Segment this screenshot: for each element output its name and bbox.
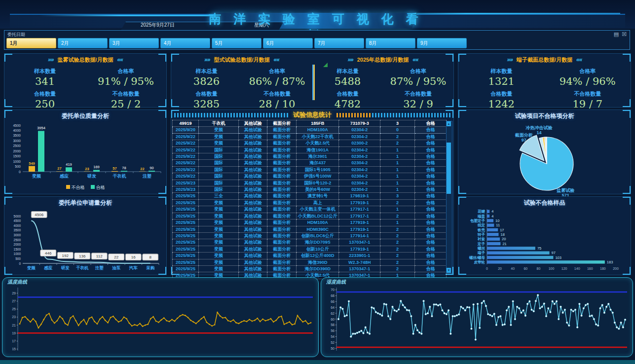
svg-text:22: 22 — [140, 167, 144, 171]
table-cell: 2025/9/25 — [173, 239, 199, 246]
month-tab[interactable]: 5月 — [212, 38, 261, 48]
table-cell: 创新12公斤400D — [296, 253, 338, 259]
table-row[interactable]: 2025/9/25变频其他试验截面分析创新BLDC6公斤177914-12合格 — [173, 232, 447, 239]
test-info-panel: 试验信息统计 49919 干衣机 其他试验 截面分析 185FB 731079-… — [171, 109, 454, 275]
multi-select-icon[interactable]: ▤ — [614, 31, 619, 37]
table-row[interactable]: 2025/9/22变频其他试验截面分析小天鹅2.5代02300-22合格 — [173, 140, 447, 146]
defect-projects-panel: 试验项目不合格项分析 盐雾试验571截面分析97冷热冲击试验14 — [458, 109, 631, 194]
table-cell: 2 — [380, 239, 415, 246]
legend-item: 不合格 — [66, 184, 85, 191]
table-pinned-row[interactable]: 49919 干衣机 其他试验 截面分析 185FB 731079-3 3 合格 — [173, 120, 447, 127]
svg-text:97: 97 — [552, 251, 556, 255]
stat-panel-title-row: »»盐雾试验总数据/月数据«« — [4, 56, 166, 64]
table-row[interactable]: 2025/9/25变频其他试验截面分析高上177919-12合格 — [173, 199, 447, 206]
table-row[interactable]: 2025/9/23国际其他试验截面分析美的6号60W02304-21合格 — [173, 186, 447, 193]
table-cell: 变频 — [198, 127, 238, 133]
table-cell: 其他试验 — [238, 127, 267, 133]
table-scrollbar[interactable]: ▲ ▼ — [446, 121, 452, 273]
stat-panel-title: 端子截面总数据/月数据 — [517, 57, 572, 63]
svg-text:68: 68 — [331, 294, 335, 297]
rewind-icon: «« — [412, 56, 418, 63]
table-title: 试验信息统计 — [293, 110, 332, 119]
table-row[interactable]: 2025/9/25变频其他试验截面分析创新10公斤177919-12合格 — [173, 246, 447, 252]
table-cell: 截面分析 — [267, 193, 297, 199]
table-row[interactable]: 2025/9/25变频其他试验截面分析HDM100A177919-11合格 — [173, 219, 447, 226]
month-tab[interactable]: 8月 — [366, 38, 415, 48]
table-cell: 2 — [380, 246, 415, 252]
table-row[interactable]: 2025/9/25变频其他试验截面分析小天鹅主变一体机177917-11合格 — [173, 206, 447, 213]
month-tab[interactable]: 6月 — [263, 38, 313, 48]
svg-text:20: 20 — [498, 267, 502, 270]
table-cell: 创新10公斤 — [296, 246, 338, 252]
table-deco-strip-left — [174, 113, 288, 117]
table-cell: 02304-2 — [339, 160, 380, 166]
month-tab[interactable]: 7月 — [314, 38, 364, 48]
table-row[interactable]: 2025/9/22国际其他试验截面分析国际1号190502304-21合格 — [173, 166, 447, 173]
stat-label: 合格率 — [383, 68, 453, 75]
defect-projects-pie-chart-svg: 盐雾试验571截面分析97冷热冲击试验14 — [458, 120, 631, 197]
table-cell: 2025/9/23 — [173, 180, 199, 186]
table-cell: 海尔DD709S — [296, 239, 338, 246]
stat-value: 4782 — [312, 98, 383, 110]
table-cell: 变频 — [198, 253, 238, 259]
table-cell: 合格 — [414, 259, 446, 265]
fast-forward-icon: »» — [507, 56, 513, 63]
table-cell: 合格 — [414, 253, 446, 259]
table-row[interactable]: 2025/9/23国际其他试验截面分析国际0号120-202304-21合格 — [173, 180, 447, 186]
scroll-down-icon[interactable]: ▼ — [447, 268, 451, 273]
table-row[interactable]: 2025/9/25变频其他试验截面分析海信390DW2.3-748H2合格 — [173, 259, 447, 265]
table-row[interactable]: 2025/9/22国际其他试验截面分析海尔390102304-21合格 — [173, 153, 447, 160]
table-row[interactable]: 2025/9/25变频其他试验截面分析小天鹅BLDC12公斤177917-12合… — [173, 213, 447, 219]
table-cell: 伊强5号100W — [296, 173, 338, 180]
month-tab[interactable]: 4月 — [160, 38, 210, 48]
table-cell: 截面分析 — [267, 140, 297, 146]
table-cell: 2 — [380, 133, 415, 140]
svg-text:0: 0 — [19, 170, 21, 174]
table-cell: 合格 — [414, 246, 446, 252]
table-row[interactable]: 2025/9/25变频其他试验截面分析海尔DD390D1370347-12合格 — [173, 265, 447, 272]
table-row[interactable]: 2025/9/22国际其他试验截面分析海信1901A02304-21合格 — [173, 146, 447, 153]
table-row[interactable]: 2025/9/25三全其他试验截面分析澳芝特1号179819-13合格 — [173, 193, 447, 199]
table-cell: 2025/9/22 — [173, 146, 199, 153]
table-row[interactable]: 2025/9/25变频其他试验截面分析海尔DD709S1370347-12合格 — [173, 239, 447, 246]
humidity-chart-svg: 5052545658606264666870 — [321, 285, 633, 355]
svg-text:80: 80 — [537, 267, 541, 270]
header: 2025年9月27日 星期六 南 洋 实 验 室 可 视 化 看 板 — [0, 0, 635, 29]
table-cell: 2025/9/22 — [173, 153, 199, 160]
table-row[interactable]: 2025/9/22变频其他试验截面分析小天鹅22干衣机02304-22合格 — [173, 133, 447, 140]
table-row[interactable]: 2025/9/25变频其他试验截面分析HDMI390C177919-12合格 — [173, 226, 447, 232]
table-cell: 49919 — [173, 120, 199, 127]
svg-text:169: 169 — [93, 165, 100, 169]
stat-value: 19 / 7 — [545, 98, 631, 110]
table-cell: 截面分析 — [267, 259, 297, 265]
svg-text:97: 97 — [522, 138, 526, 143]
month-tab[interactable]: 9月 — [417, 38, 467, 48]
table-row[interactable]: 2025/9/22国际其他试验截面分析伊强5号100W02304-21合格 — [173, 173, 447, 180]
month-tab[interactable]: 3月 — [109, 38, 159, 48]
scroll-up-icon[interactable]: ▲ — [447, 121, 451, 126]
stat-label: 样本数量 — [458, 68, 545, 75]
svg-text:8: 8 — [149, 255, 152, 259]
svg-text:4: 4 — [491, 209, 493, 214]
table-cell: 截面分析 — [267, 127, 297, 133]
scrollbar-thumb[interactable] — [447, 143, 451, 194]
table-row[interactable]: 2025/9/25变频其他试验截面分析创新12公斤400D2233901-12合… — [173, 253, 447, 259]
table-row[interactable]: 2025/9/22国际其他试验截面分析海尔43702304-21合格 — [173, 160, 447, 166]
table-cell: 2 — [380, 199, 415, 206]
svg-text:2000: 2000 — [14, 243, 21, 246]
month-tab[interactable]: 2月 — [58, 38, 108, 48]
table-cell: 其他试验 — [238, 259, 267, 265]
month-tab[interactable]: 1月 — [6, 38, 56, 48]
table-cell: 2025/9/25 — [173, 193, 199, 199]
clear-filter-icon[interactable]: ☒ — [622, 31, 627, 37]
table-cell: 截面分析 — [267, 146, 297, 153]
table-cell: 小天鹅主变一体机 — [296, 206, 338, 213]
chart-title: 湿度曲线 — [326, 279, 346, 286]
svg-text:汽车: 汽车 — [129, 265, 138, 270]
table-cell: 合格 — [414, 219, 446, 226]
svg-text:螺丝: 螺丝 — [477, 246, 486, 251]
table-row[interactable]: 2025/9/20变频其他试验截面分析HDM100A02304-20合格 — [173, 127, 447, 133]
table-cell: 其他试验 — [238, 232, 267, 239]
stat-panel-terminal-section: »»端子截面总数据/月数据«« 样本数量1321 合格率94% / 96% 合格… — [458, 53, 631, 108]
table-cell: 变频 — [198, 265, 238, 272]
